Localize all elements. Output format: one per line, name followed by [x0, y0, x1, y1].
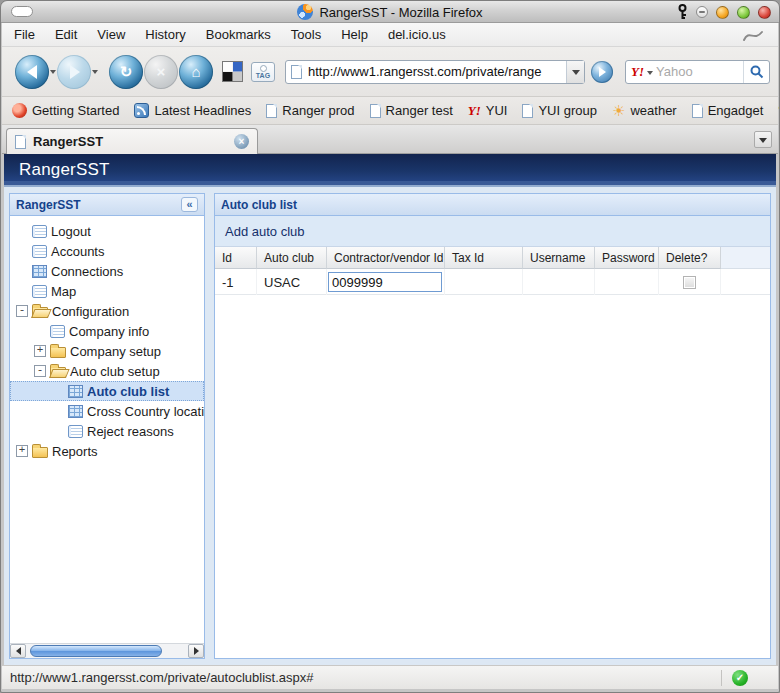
- expand-node-toggle[interactable]: +: [34, 345, 46, 357]
- screw-button[interactable]: [696, 6, 708, 18]
- tree-item-reports[interactable]: + Reports: [10, 441, 204, 461]
- back-button[interactable]: [15, 55, 49, 89]
- tree-item-company-setup[interactable]: + Company setup: [10, 341, 204, 361]
- scrollbar-track[interactable]: [26, 644, 188, 658]
- form-icon: [32, 285, 47, 298]
- scrollbar-thumb[interactable]: [30, 645, 162, 657]
- collapse-node-toggle[interactable]: -: [34, 365, 46, 377]
- rss-icon: [134, 103, 149, 118]
- menu-file[interactable]: File: [14, 27, 35, 42]
- sidebar-horizontal-scrollbar[interactable]: [10, 643, 204, 658]
- menu-bookmarks[interactable]: Bookmarks: [206, 27, 271, 42]
- column-header-username[interactable]: Username: [523, 247, 595, 269]
- maximize-button[interactable]: [737, 6, 750, 19]
- bookmark-ranger-test[interactable]: Ranger test: [370, 103, 453, 118]
- forward-arrow-icon: [70, 65, 87, 79]
- main-panel-title: Auto club list: [221, 198, 764, 212]
- column-header-contractor-vendor-id[interactable]: Contractor/vendor Id: [327, 247, 445, 269]
- column-header-id[interactable]: Id: [215, 247, 257, 269]
- search-engine-dropdown[interactable]: [647, 71, 653, 78]
- delete-checkbox[interactable]: [683, 276, 696, 289]
- search-input[interactable]: [656, 64, 743, 79]
- bookmark-label: Ranger test: [386, 103, 453, 118]
- tree-item-map[interactable]: Map: [10, 281, 204, 301]
- yahoo-icon: Y!: [631, 64, 644, 80]
- title-bar: RangerSST - Mozilla Firefox: [1, 1, 779, 23]
- reload-button[interactable]: ↻: [109, 55, 143, 89]
- column-header-delete[interactable]: Delete?: [659, 247, 721, 269]
- tab-list-dropdown[interactable]: [754, 131, 772, 148]
- bookmark-label: YUI: [486, 103, 508, 118]
- back-history-dropdown[interactable]: [49, 55, 57, 89]
- scroll-left-button[interactable]: [10, 644, 26, 658]
- stop-button[interactable]: ×: [144, 55, 178, 89]
- bookmark-engadget[interactable]: Engadget: [692, 103, 764, 118]
- tree-item-reject-reasons[interactable]: Reject reasons: [10, 421, 204, 441]
- auto-club-grid: Id Auto club Contractor/vendor Id Tax Id…: [215, 246, 770, 658]
- status-url: http://www1.rangersst.com/private/autocl…: [10, 670, 721, 685]
- tree-item-company-info[interactable]: Company info: [10, 321, 204, 341]
- squiggle-icon[interactable]: [742, 27, 764, 43]
- menu-tools[interactable]: Tools: [291, 27, 321, 42]
- tree-item-configuration[interactable]: - Configuration: [10, 301, 204, 321]
- tag-icon-label: TAG: [256, 72, 270, 79]
- expand-node-toggle[interactable]: +: [16, 445, 28, 457]
- delicious-icon[interactable]: [222, 61, 243, 82]
- menu-history[interactable]: History: [145, 27, 185, 42]
- tree-item-auto-club-setup[interactable]: - Auto club setup: [10, 361, 204, 381]
- tag-icon[interactable]: TAG: [251, 62, 275, 82]
- tree-item-label: Cross Country location: [87, 404, 204, 419]
- sidebar-title: RangerSST: [16, 198, 181, 212]
- forward-button[interactable]: [57, 55, 91, 89]
- column-header-filler: [721, 247, 770, 269]
- contractor-vendor-id-input[interactable]: [328, 272, 442, 292]
- tree-item-auto-club-list[interactable]: Auto club list: [10, 381, 204, 401]
- form-icon: [32, 245, 47, 258]
- page-icon: [291, 65, 302, 79]
- browser-window: RangerSST - Mozilla Firefox File Edit Vi…: [0, 0, 780, 693]
- bookmark-yui[interactable]: Y! YUI: [468, 103, 508, 119]
- menu-help[interactable]: Help: [341, 27, 368, 42]
- sun-icon: ☀: [612, 104, 625, 117]
- window-menu-button[interactable]: [11, 6, 33, 17]
- menu-edit[interactable]: Edit: [55, 27, 77, 42]
- tree-item-label: Auto club list: [87, 384, 169, 399]
- url-dropdown-button[interactable]: [566, 61, 584, 83]
- bookmark-latest-headlines[interactable]: Latest Headlines: [134, 103, 251, 118]
- cell-password: [595, 269, 659, 295]
- cell-auto-club: USAC: [257, 269, 327, 295]
- tree-item-connections[interactable]: Connections: [10, 261, 204, 281]
- forward-history-dropdown[interactable]: [91, 55, 99, 89]
- column-header-password[interactable]: Password: [595, 247, 659, 269]
- tab-rangersst[interactable]: RangerSST ×: [6, 128, 258, 154]
- go-button[interactable]: [591, 61, 613, 83]
- cell-contractor-vendor-id: [327, 269, 445, 295]
- url-input[interactable]: [308, 64, 566, 79]
- tree-item-label: Reject reasons: [87, 424, 174, 439]
- page-icon: [692, 104, 703, 118]
- tree-item-accounts[interactable]: Accounts: [10, 241, 204, 261]
- collapse-sidebar-button[interactable]: «: [181, 197, 198, 212]
- bookmark-ranger-prod[interactable]: Ranger prod: [266, 103, 354, 118]
- menu-view[interactable]: View: [97, 27, 125, 42]
- close-window-button[interactable]: [758, 6, 771, 19]
- menu-delicious[interactable]: del.icio.us: [388, 27, 446, 42]
- minimize-button[interactable]: [716, 6, 729, 19]
- home-button[interactable]: ⌂: [179, 55, 213, 89]
- bookmark-yui-group[interactable]: YUI group: [522, 103, 597, 118]
- bookmark-weather[interactable]: ☀ weather: [612, 103, 677, 118]
- cell-tax-id: [445, 269, 523, 295]
- tree-item-label: Map: [51, 284, 76, 299]
- collapse-node-toggle[interactable]: -: [16, 305, 28, 317]
- column-header-tax-id[interactable]: Tax Id: [445, 247, 523, 269]
- search-go-button[interactable]: [743, 61, 769, 83]
- green-check-icon[interactable]: ✓: [732, 670, 748, 686]
- add-auto-club-button[interactable]: Add auto club: [225, 224, 305, 239]
- column-header-auto-club[interactable]: Auto club: [257, 247, 327, 269]
- tree-item-cross-country-location[interactable]: Cross Country location: [10, 401, 204, 421]
- tree-item-logout[interactable]: Logout: [10, 221, 204, 241]
- expander-slot: [52, 425, 64, 437]
- bookmark-getting-started[interactable]: Getting Started: [12, 103, 119, 118]
- tab-close-icon[interactable]: ×: [234, 134, 249, 149]
- scroll-right-button[interactable]: [188, 644, 204, 658]
